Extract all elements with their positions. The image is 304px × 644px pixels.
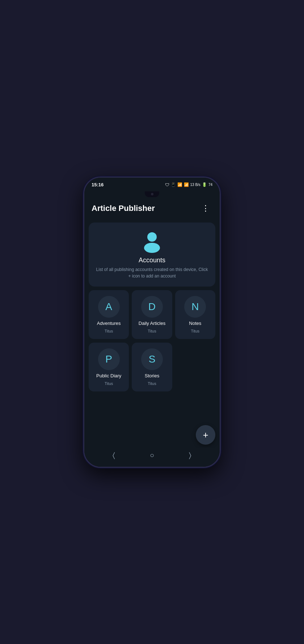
phone-frame: 15:16 🛡 📱 📶 📶 13 B/s 🔋 74 Article Publis…: [83, 177, 221, 468]
content-spacer: [89, 395, 215, 419]
status-bar: 15:16 🛡 📱 📶 📶 13 B/s 🔋 74: [84, 178, 220, 191]
status-icons: 🛡 📱 📶 📶 13 B/s 🔋 74: [165, 182, 212, 187]
account-name-daily-articles: Daily Articles: [139, 321, 165, 326]
accounts-description: List of all publishing accounts created …: [94, 266, 210, 279]
phone-screen: 15:16 🛡 📱 📶 📶 13 B/s 🔋 74 Article Publis…: [84, 178, 220, 467]
home-button[interactable]: ○: [150, 451, 154, 459]
account-avatar-p: P: [98, 348, 120, 370]
account-user-notes: Titus: [191, 329, 199, 333]
account-item-adventures[interactable]: A Adventures Titus: [89, 290, 129, 339]
account-item-public-diary[interactable]: P Public Diary Titus: [89, 343, 129, 391]
shield-icon: 🛡: [165, 182, 169, 187]
person-icon: [140, 230, 164, 253]
battery-level: 74: [208, 183, 212, 187]
notch-area: [84, 191, 220, 198]
app-title: Article Publisher: [92, 204, 155, 213]
status-time: 15:16: [92, 182, 104, 187]
account-avatar-n: N: [184, 296, 206, 318]
network-speed: 13 B/s: [190, 183, 200, 187]
camera-dot: [151, 193, 153, 195]
notch: [145, 191, 159, 197]
account-user-daily-articles: Titus: [148, 329, 156, 333]
svg-point-1: [144, 243, 160, 253]
plus-icon: +: [203, 430, 208, 440]
svg-point-0: [147, 232, 157, 242]
account-name-notes: Notes: [189, 321, 201, 326]
phone-icon: 📱: [171, 182, 176, 187]
account-name-stories: Stories: [145, 373, 159, 378]
back-button[interactable]: 〈: [113, 451, 115, 459]
account-avatar-d: D: [141, 296, 163, 318]
account-user-adventures: Titus: [105, 329, 113, 333]
wifi-icon: 📶: [177, 182, 182, 187]
empty-cell: [175, 343, 215, 391]
account-item-daily-articles[interactable]: D Daily Articles Titus: [132, 290, 172, 339]
accounts-grid-top: A Adventures Titus D Daily Articles Titu…: [89, 290, 215, 339]
account-item-notes[interactable]: N Notes Titus: [175, 290, 215, 339]
battery-icon: 🔋: [202, 182, 207, 187]
nav-bar: 〈 ○ 〉: [84, 448, 220, 467]
account-item-stories[interactable]: S Stories Titus: [132, 343, 172, 391]
account-avatar-s: S: [141, 348, 163, 370]
accounts-grid-bottom: P Public Diary Titus S Stories Titus: [89, 343, 215, 391]
signal-icon: 📶: [184, 182, 189, 187]
menu-button[interactable]: ⋮: [199, 202, 212, 215]
account-user-stories: Titus: [148, 381, 156, 386]
app-bar: Article Publisher ⋮: [84, 198, 220, 220]
accounts-card: Accounts List of all publishing accounts…: [89, 223, 215, 287]
add-account-button[interactable]: +: [196, 425, 215, 445]
account-user-public-diary: Titus: [105, 381, 113, 386]
recent-apps-button[interactable]: 〉: [189, 451, 191, 459]
account-name-public-diary: Public Diary: [96, 373, 121, 378]
account-name-adventures: Adventures: [97, 321, 121, 326]
accounts-title: Accounts: [139, 257, 165, 264]
main-content: Accounts List of all publishing accounts…: [84, 220, 220, 422]
account-avatar-a: A: [98, 296, 120, 318]
fab-container: +: [84, 422, 220, 448]
